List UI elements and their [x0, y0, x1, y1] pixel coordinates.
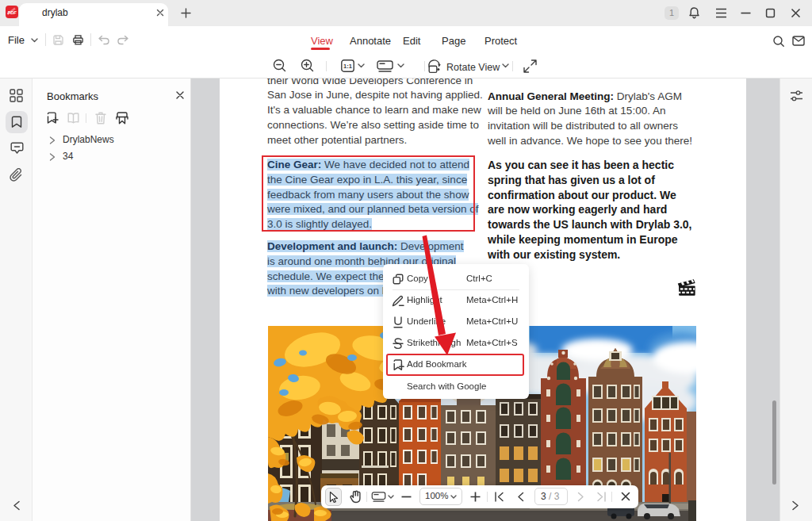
svg-text:PDF: PDF	[7, 10, 17, 15]
svg-text:1:1: 1:1	[343, 63, 352, 70]
